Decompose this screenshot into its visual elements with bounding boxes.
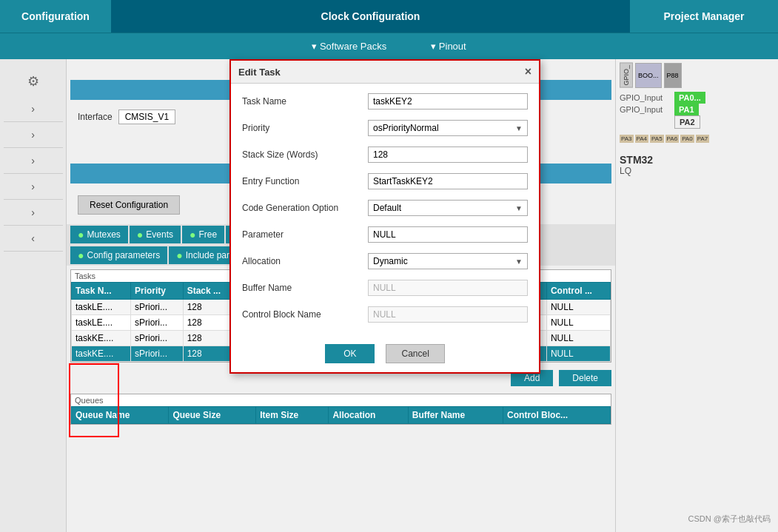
label-stack-size: Stack Size (Words) bbox=[242, 149, 368, 160]
dialog-field-priority: Priority osPriorityNormal ▼ bbox=[242, 118, 528, 138]
dialog-field-control-block: Control Block Name NULL bbox=[242, 304, 528, 325]
dialog-field-allocation: Allocation Dynamic ▼ bbox=[242, 251, 528, 272]
select-code-gen-value: Default bbox=[373, 203, 401, 213]
chevron-down-icon: ▼ bbox=[515, 204, 523, 212]
chevron-down-icon: ▼ bbox=[515, 124, 523, 132]
dialog-field-stack-size: Stack Size (Words) bbox=[242, 144, 528, 165]
label-priority: Priority bbox=[242, 123, 368, 133]
input-control-block-disabled: NULL bbox=[368, 306, 528, 323]
select-allocation-value: Dynamic bbox=[373, 256, 408, 266]
label-entry-function: Entry Function bbox=[242, 176, 368, 186]
input-stack-size[interactable] bbox=[368, 147, 528, 163]
input-buffer-name-disabled: NULL bbox=[368, 280, 528, 296]
label-control-block: Control Block Name bbox=[242, 309, 368, 320]
input-task-name[interactable] bbox=[368, 93, 528, 110]
edit-task-dialog: Edit Task × Task Name Priority osPriorit… bbox=[229, 59, 540, 374]
label-buffer-name: Buffer Name bbox=[242, 283, 368, 293]
dialog-title: Edit Task bbox=[238, 67, 281, 78]
dialog-body: Task Name Priority osPriorityNormal ▼ St… bbox=[231, 84, 539, 338]
dialog-footer: OK Cancel bbox=[231, 338, 539, 372]
cancel-button[interactable]: Cancel bbox=[386, 344, 444, 363]
dialog-field-task-name: Task Name bbox=[242, 91, 528, 112]
label-task-name: Task Name bbox=[242, 96, 368, 107]
dialog-field-buffer-name: Buffer Name NULL bbox=[242, 277, 528, 298]
dialog-field-parameter: Parameter bbox=[242, 224, 528, 245]
select-code-gen[interactable]: Default ▼ bbox=[368, 200, 528, 216]
dialog-overlay: Edit Task × Task Name Priority osPriorit… bbox=[0, 0, 778, 532]
input-parameter[interactable] bbox=[368, 226, 528, 243]
label-parameter: Parameter bbox=[242, 229, 368, 240]
dialog-header: Edit Task × bbox=[231, 61, 539, 84]
chevron-down-icon: ▼ bbox=[515, 257, 523, 266]
dialog-field-entry-function: Entry Function bbox=[242, 171, 528, 192]
select-allocation[interactable]: Dynamic ▼ bbox=[368, 253, 528, 269]
ok-button[interactable]: OK bbox=[325, 344, 375, 363]
input-entry-function[interactable] bbox=[368, 173, 528, 189]
dialog-close-button[interactable]: × bbox=[525, 65, 531, 78]
dialog-field-code-gen: Code Generation Option Default ▼ bbox=[242, 198, 528, 218]
label-allocation: Allocation bbox=[242, 256, 368, 266]
label-code-gen: Code Generation Option bbox=[242, 203, 368, 213]
select-priority-value: osPriorityNormal bbox=[373, 123, 439, 133]
select-priority[interactable]: osPriorityNormal ▼ bbox=[368, 120, 528, 136]
